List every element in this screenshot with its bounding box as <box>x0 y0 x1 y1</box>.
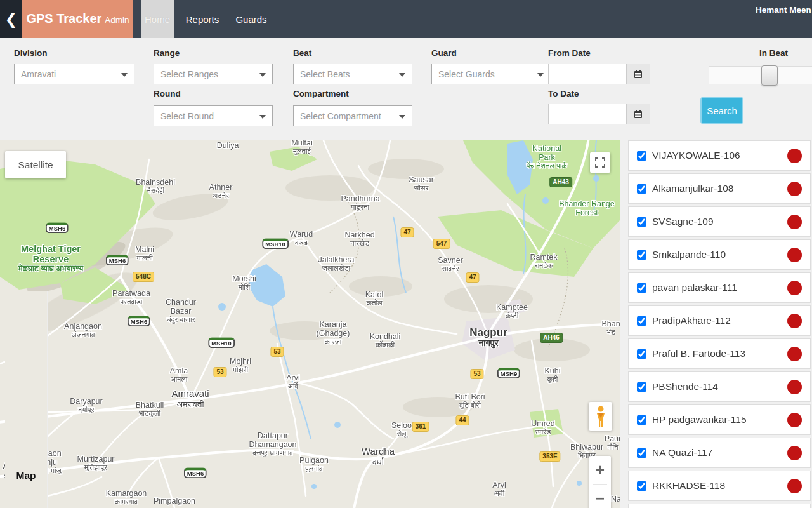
chevron-down-icon <box>259 73 266 80</box>
in-beat-toggle[interactable] <box>709 66 812 85</box>
map-shields: AH43AH46MSH6MSH6MSH10MSH6MSH10MSH9MSH654… <box>0 140 620 508</box>
compartment-label: Compartment <box>293 89 349 98</box>
pegman-control[interactable] <box>589 402 612 431</box>
road-shield: 361 <box>412 422 429 432</box>
fullscreen-icon <box>594 157 606 168</box>
guard-placeholder: Select Guards <box>438 69 495 79</box>
guard-checkbox[interactable] <box>637 349 646 359</box>
map-type-control: Map Satellite <box>5 151 66 178</box>
road-shield: 53 <box>270 347 284 357</box>
zoom-out-button[interactable]: − <box>589 485 611 508</box>
chevron-down-icon <box>537 73 544 80</box>
chevron-down-icon <box>399 115 405 122</box>
division-value: Amravati <box>21 69 56 79</box>
map-canvas[interactable]: DuliyaMultaiमुलताईNational Parkपेंच नेशन… <box>0 140 620 508</box>
guard-row: PradipAkhare-112 <box>628 305 811 336</box>
guard-list: VIJAYKOWALE-106Alkamanjulkar-108SVSagne-… <box>628 140 811 508</box>
guard-label: Guard <box>431 48 457 58</box>
road-shield: 47 <box>466 272 479 283</box>
fullscreen-button[interactable] <box>590 152 610 173</box>
map-view-button[interactable]: Map <box>5 291 48 508</box>
top-navbar: ❮ GPS Tracker Admin Home Reports Guards … <box>0 0 812 38</box>
guard-checkbox[interactable] <box>637 250 646 260</box>
road-shield: AH43 <box>549 177 572 187</box>
guard-checkbox[interactable] <box>637 151 646 161</box>
logged-in-user[interactable]: Hemant Meen <box>756 5 811 15</box>
guard-checkbox[interactable] <box>637 217 646 227</box>
range-select[interactable]: Select Ranges <box>154 64 273 84</box>
in-beat-toggle-handle[interactable] <box>761 65 778 86</box>
guard-checkbox[interactable] <box>637 316 646 326</box>
from-date-calendar-button[interactable] <box>627 64 650 84</box>
guard-name: RKKHADSE-118 <box>652 480 725 491</box>
back-chevron-icon[interactable]: ❮ <box>0 0 22 38</box>
road-shield: 53 <box>213 367 226 377</box>
road-shield: MSH10 <box>208 337 235 348</box>
division-label: Division <box>14 48 48 58</box>
app-logo: GPS Tracker Admin <box>22 0 133 38</box>
to-date-input[interactable] <box>548 104 627 124</box>
range-label: Range <box>154 48 180 58</box>
from-date-input[interactable] <box>548 64 627 84</box>
guard-status-dot <box>787 281 802 295</box>
guard-name: Smkalpande-110 <box>652 249 726 260</box>
road-shield: MSH6 <box>128 316 150 326</box>
guard-row: HP padgawankar-115 <box>628 404 811 435</box>
guard-checkbox[interactable] <box>637 415 646 425</box>
road-shield: MSH6 <box>106 255 129 265</box>
road-shield: MSH9 <box>497 368 520 378</box>
guard-checkbox[interactable] <box>637 184 646 194</box>
guard-name: PBShende-114 <box>652 381 718 392</box>
chevron-down-icon <box>121 73 128 80</box>
guard-checkbox[interactable] <box>637 283 646 293</box>
road-shield: 547 <box>433 239 450 249</box>
brand-suffix: Admin <box>105 15 129 25</box>
chevron-down-icon <box>259 115 266 122</box>
to-date-calendar-button[interactable] <box>627 104 650 124</box>
zoom-in-button[interactable]: + <box>589 456 611 484</box>
to-date-label: To Date <box>548 89 579 98</box>
road-shield: 353E <box>539 451 560 462</box>
beat-label: Beat <box>293 48 311 58</box>
in-beat-label: In Beat <box>759 48 788 58</box>
guard-checkbox[interactable] <box>637 448 646 458</box>
guard-checkbox[interactable] <box>637 481 646 491</box>
guard-status-dot <box>787 314 802 328</box>
guard-status-dot <box>787 413 802 427</box>
tab-home[interactable]: Home <box>141 0 174 38</box>
guard-status-dot <box>787 380 802 394</box>
compartment-select[interactable]: Select Compartment <box>293 105 412 126</box>
road-shield: 548C <box>133 272 154 282</box>
guard-status-dot <box>787 446 802 460</box>
guard-name: pavan palaskar-111 <box>652 282 737 293</box>
guard-row: RKKHADSE-118 <box>628 471 811 501</box>
guard-status-dot <box>787 248 802 262</box>
guard-select[interactable]: Select Guards <box>431 64 551 84</box>
guard-row: Smkalpande-110 <box>628 239 811 270</box>
road-shield: AH46 <box>540 333 563 343</box>
guard-row: Praful B. Fartode-113 <box>628 338 811 369</box>
guard-status-dot <box>787 347 802 361</box>
pegman-icon <box>594 406 607 427</box>
road-shield: MSH6 <box>46 222 69 233</box>
road-shield: 53 <box>470 369 483 379</box>
satellite-view-button[interactable]: Satellite <box>5 151 66 178</box>
zoom-control: + − <box>589 456 611 508</box>
guard-status-dot <box>787 479 802 493</box>
search-button[interactable]: Search <box>700 97 743 124</box>
guard-row: SVSagne-109 <box>628 206 811 237</box>
guard-row: VIJAYKOWALE-106 <box>628 140 811 171</box>
guard-row-partial <box>628 504 811 508</box>
calendar-icon <box>633 69 643 79</box>
guard-name: HP padgawankar-115 <box>652 414 747 425</box>
guard-status-dot <box>787 149 802 163</box>
division-select[interactable]: Amravati <box>14 64 134 84</box>
tab-guards[interactable]: Guards <box>232 0 270 38</box>
chevron-down-icon <box>399 73 405 80</box>
tab-reports[interactable]: Reports <box>183 0 222 38</box>
guard-checkbox[interactable] <box>637 382 646 392</box>
round-label: Round <box>154 89 181 98</box>
guard-row: Alkamanjulkar-108 <box>628 173 811 204</box>
beat-select[interactable]: Select Beats <box>293 64 412 84</box>
round-select[interactable]: Select Round <box>154 105 273 126</box>
